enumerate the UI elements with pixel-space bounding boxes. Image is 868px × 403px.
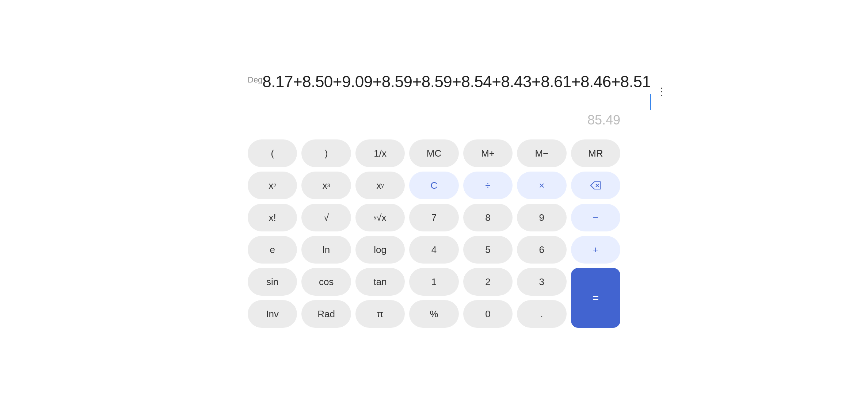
cube-button[interactable]: x3 [301,172,351,199]
memory-add-button[interactable]: M+ [463,139,513,167]
square-button[interactable]: x2 [248,172,297,199]
euler-button[interactable]: e [248,236,297,264]
expression-text: 8.17+8.50+9.09+8.59+8.59+8.54+8.43+8.61+… [262,72,651,111]
memory-clear-button[interactable]: MC [409,139,458,167]
button-grid: ( ) 1/x MC M+ M− MR x2 x3 xy C ÷ × x! √ … [248,139,620,328]
sin-button[interactable]: sin [248,268,297,296]
seven-button[interactable]: 7 [409,204,458,231]
rad-button[interactable]: Rad [301,300,351,328]
sqrt-button[interactable]: √ [301,204,351,231]
inverse-button[interactable]: Inv [248,300,297,328]
calculator: Deg 8.17+8.50+9.09+8.59+8.59+8.54+8.43+8… [233,61,635,342]
clear-button[interactable]: C [409,172,458,199]
subtract-button[interactable]: − [571,204,620,231]
memory-recall-button[interactable]: MR [571,139,620,167]
display-area: Deg 8.17+8.50+9.09+8.59+8.59+8.54+8.43+8… [248,72,620,128]
ln-button[interactable]: ln [301,236,351,264]
tan-button[interactable]: tan [355,268,405,296]
memory-subtract-button[interactable]: M− [517,139,566,167]
backspace-button[interactable] [571,172,620,199]
cursor [650,94,651,110]
reciprocal-button[interactable]: 1/x [355,139,405,167]
one-button[interactable]: 1 [409,268,458,296]
two-button[interactable]: 2 [463,268,513,296]
decimal-button[interactable]: . [517,300,566,328]
three-button[interactable]: 3 [517,268,566,296]
pi-button[interactable]: π [355,300,405,328]
percent-button[interactable]: % [409,300,458,328]
factorial-button[interactable]: x! [248,204,297,231]
menu-button[interactable]: ⋮ [654,85,670,98]
six-button[interactable]: 6 [517,236,566,264]
divide-button[interactable]: ÷ [463,172,513,199]
multiply-button[interactable]: × [517,172,566,199]
mode-label: Deg [248,72,262,85]
result-display: 85.49 [248,112,620,128]
cos-button[interactable]: cos [301,268,351,296]
add-button[interactable]: + [571,236,620,264]
open-paren-button[interactable]: ( [248,139,297,167]
nine-button[interactable]: 9 [517,204,566,231]
log-button[interactable]: log [355,236,405,264]
four-button[interactable]: 4 [409,236,458,264]
eight-button[interactable]: 8 [463,204,513,231]
equals-button[interactable]: = [571,268,620,328]
yroot-button[interactable]: y√x [355,204,405,231]
zero-button[interactable]: 0 [463,300,513,328]
expression-row: 8.17+8.50+9.09+8.59+8.59+8.54+8.43+8.61+… [262,72,670,111]
close-paren-button[interactable]: ) [301,139,351,167]
power-button[interactable]: xy [355,172,405,199]
five-button[interactable]: 5 [463,236,513,264]
expression-value: 8.17+8.50+9.09+8.59+8.59+8.54+8.43+8.61+… [262,73,651,91]
